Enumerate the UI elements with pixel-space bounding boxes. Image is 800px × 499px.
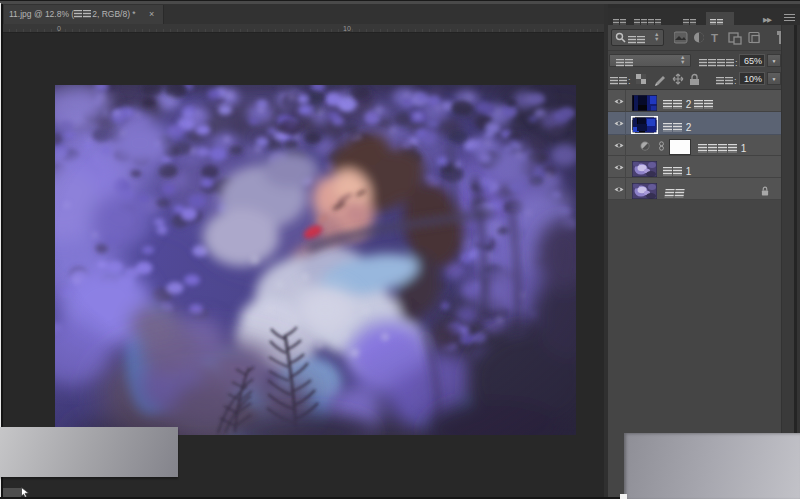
- svg-text:T: T: [711, 32, 718, 44]
